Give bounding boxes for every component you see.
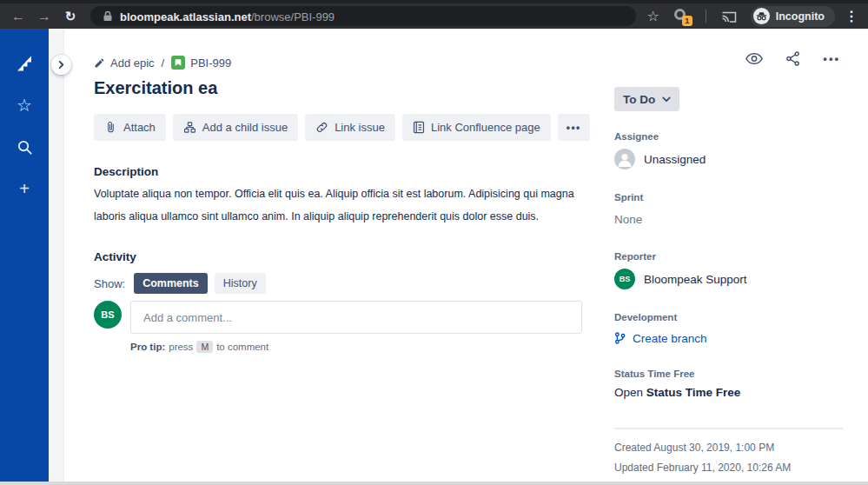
address-bar[interactable]: bloompeak.atlassian.net/browse/PBI-999 — [90, 6, 636, 26]
incognito-label: Incognito — [776, 10, 825, 23]
lock-icon — [103, 10, 113, 22]
link-confluence-label: Link Confluence page — [431, 121, 540, 134]
details-panel: To Do Assignee Unassigned Sprint None Re… — [614, 87, 843, 482]
window-bottom-edge — [0, 482, 868, 485]
create-icon[interactable]: + — [12, 176, 36, 201]
url-path: /browse/PBI-999 — [251, 10, 335, 23]
paperclip-icon — [104, 121, 117, 134]
development-label: Development — [614, 312, 843, 324]
description-text[interactable]: Voluptate aliqua non tempor. Officia eli… — [94, 183, 585, 228]
back-icon[interactable]: ← — [7, 5, 30, 28]
pro-tip-bold: Pro tip: — [130, 342, 165, 352]
created-timestamp: Created August 30, 2019, 1:00 PM — [614, 442, 843, 457]
development-field: Create branch — [614, 329, 843, 347]
status-label: To Do — [623, 93, 655, 106]
extension-icon[interactable]: 1 — [673, 7, 691, 26]
jira-logo-icon[interactable] — [12, 51, 36, 76]
attach-button[interactable]: Attach — [94, 114, 166, 141]
page-actions: ••• — [745, 51, 840, 66]
share-icon[interactable] — [785, 51, 800, 66]
child-issues-icon — [183, 121, 196, 134]
status-time-free-label: Status Time Free — [614, 369, 843, 381]
issue-toolbar: Attach Add a child issue Link issue — [94, 114, 593, 141]
branch-icon — [614, 332, 626, 344]
comment-input[interactable] — [130, 301, 582, 334]
watch-icon[interactable] — [745, 52, 763, 65]
browser-toolbar: ← → ↻ bloompeak.atlassian.net/browse/PBI… — [0, 0, 868, 29]
issue-view: ••• Add epic / PBI-999 Exerc — [64, 29, 868, 478]
collapsed-sidebar — [49, 29, 64, 482]
reload-icon[interactable]: ↻ — [59, 5, 82, 28]
assignee-label: Assignee — [614, 131, 843, 143]
issue-key-link[interactable]: PBI-999 — [171, 56, 231, 70]
incognito-badge: Incognito — [751, 6, 835, 27]
main-column: Add epic / PBI-999 Exercitation ea Attac… — [94, 55, 593, 353]
status-time-free-prefix: Open — [614, 386, 643, 399]
panel-divider — [614, 428, 843, 429]
cast-icon[interactable] — [721, 10, 737, 23]
tab-comments[interactable]: Comments — [134, 273, 208, 294]
reporter-label: Reporter — [614, 251, 843, 263]
breadcrumb-separator: / — [162, 56, 165, 70]
breadcrumb: Add epic / PBI-999 — [94, 55, 593, 70]
pro-tip-post: to comment — [216, 342, 268, 352]
extension-badge: 1 — [682, 16, 692, 26]
sprint-value[interactable]: None — [614, 213, 843, 230]
url-host: bloompeak.atlassian.net — [120, 10, 251, 23]
add-child-issue-button[interactable]: Add a child issue — [173, 114, 298, 141]
toolbar-separator — [706, 10, 706, 23]
tab-history[interactable]: History — [215, 273, 266, 294]
comment-composer: BS — [94, 301, 593, 334]
link-issue-label: Link issue — [335, 121, 385, 134]
incognito-icon — [753, 8, 770, 24]
app-navigation-rail: ☆ + — [0, 29, 49, 482]
status-dropdown[interactable]: To Do — [614, 87, 679, 111]
link-icon — [315, 121, 328, 134]
link-issue-button[interactable]: Link issue — [305, 114, 395, 141]
add-epic-link[interactable]: Add epic — [94, 56, 155, 70]
attach-label: Attach — [123, 121, 156, 134]
pencil-icon — [94, 57, 105, 69]
jira-app: ☆ + ••• — [0, 29, 868, 482]
issue-title[interactable]: Exercitation ea — [94, 78, 593, 101]
chevron-down-icon — [662, 96, 671, 103]
assignee-value: Unassigned — [644, 153, 706, 166]
keyboard-key-m: M — [196, 341, 213, 353]
assignee-field[interactable]: Unassigned — [614, 147, 843, 171]
activity-heading: Activity — [94, 250, 593, 265]
pro-tip: Pro tip: press M to comment — [130, 341, 593, 353]
unassigned-avatar-icon — [614, 149, 635, 169]
reporter-avatar: BS — [614, 269, 635, 289]
issue-key-label: PBI-999 — [190, 56, 231, 70]
more-actions-icon[interactable]: ••• — [823, 52, 840, 65]
updated-timestamp: Updated February 11, 2020, 10:26 AM — [614, 462, 843, 477]
reporter-field[interactable]: BS Bloompeak Support — [614, 267, 843, 291]
current-user-avatar: BS — [94, 301, 122, 329]
starred-icon[interactable]: ☆ — [12, 93, 36, 117]
search-icon[interactable] — [12, 135, 36, 159]
pro-tip-pre: press — [169, 342, 193, 352]
expand-sidebar-button[interactable] — [51, 55, 71, 75]
toolbar-more-button[interactable]: ••• — [558, 114, 590, 141]
confluence-page-icon — [413, 121, 425, 134]
sprint-label: Sprint — [614, 192, 843, 204]
reporter-value: Bloompeak Support — [644, 273, 747, 286]
description-heading: Description — [94, 165, 593, 180]
add-child-issue-label: Add a child issue — [202, 121, 288, 134]
browser-menu-icon[interactable]: ⋮ — [844, 8, 859, 24]
show-label: Show: — [94, 277, 125, 290]
link-confluence-page-button[interactable]: Link Confluence page — [402, 114, 551, 141]
add-epic-label: Add epic — [110, 56, 155, 70]
forward-icon[interactable]: → — [33, 5, 56, 28]
story-type-icon — [171, 56, 185, 70]
bookmark-star-icon[interactable]: ☆ — [646, 8, 659, 24]
create-branch-link[interactable]: Create branch — [633, 332, 707, 345]
status-time-free-bold: Status Time Free — [646, 386, 741, 399]
status-time-free-value: Open Status Time Free — [614, 386, 843, 403]
activity-filter-row: Show: Comments History — [94, 272, 593, 295]
